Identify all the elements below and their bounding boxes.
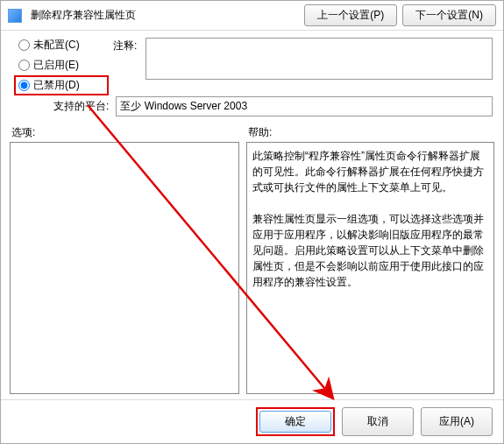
options-panel bbox=[10, 142, 239, 394]
radio-disabled-input[interactable] bbox=[18, 80, 30, 91]
radio-not-configured-label: 未配置(C) bbox=[33, 38, 80, 53]
nav-buttons: 上一个设置(P) 下一个设置(N) bbox=[304, 4, 496, 26]
cancel-button[interactable]: 取消 bbox=[342, 407, 414, 436]
comment-textarea[interactable] bbox=[146, 38, 493, 80]
platform-label: 支持的平台: bbox=[53, 99, 109, 114]
dialog-title: 删除程序兼容性属性页 bbox=[31, 8, 136, 23]
radio-enabled-label: 已启用(E) bbox=[33, 58, 79, 73]
highlight-ok: 确定 bbox=[256, 407, 335, 436]
radio-enabled-input[interactable] bbox=[18, 60, 30, 71]
radio-not-configured-input[interactable] bbox=[18, 39, 30, 51]
ok-button[interactable]: 确定 bbox=[259, 411, 331, 433]
next-setting-button[interactable]: 下一个设置(N) bbox=[402, 4, 496, 26]
platform-row: 支持的平台: 至少 Windows Server 2003 bbox=[1, 96, 503, 122]
config-row: 未配置(C) 已启用(E) 已禁用(D) 注释: bbox=[1, 31, 503, 96]
app-icon bbox=[8, 9, 22, 23]
radio-enabled[interactable]: 已启用(E) bbox=[18, 58, 104, 73]
platform-value: 至少 Windows Server 2003 bbox=[116, 96, 493, 116]
prev-setting-button[interactable]: 上一个设置(P) bbox=[304, 4, 397, 26]
dialog-window: 删除程序兼容性属性页 上一个设置(P) 下一个设置(N) 未配置(C) 已启用(… bbox=[0, 0, 504, 444]
footer-buttons: 确定 取消 应用(A) bbox=[1, 399, 503, 443]
apply-button[interactable]: 应用(A) bbox=[421, 407, 493, 436]
options-label: 选项: bbox=[11, 125, 248, 140]
help-paragraph-1: 此策略控制“程序兼容性”属性页命令行解释器扩展的可见性。此命令行解释器扩展在任何… bbox=[252, 148, 488, 195]
help-paragraph-2: 兼容性属性页显示一组选项，可以选择这些选项并应用于应用程序，以解决影响旧版应用程… bbox=[252, 211, 488, 290]
title-bar: 删除程序兼容性属性页 上一个设置(P) 下一个设置(N) bbox=[1, 1, 503, 31]
help-panel: 此策略控制“程序兼容性”属性页命令行解释器扩展的可见性。此命令行解释器扩展在任何… bbox=[246, 142, 494, 394]
comment-label: 注释: bbox=[113, 39, 137, 53]
highlight-disabled: 已禁用(D) bbox=[14, 75, 109, 95]
main-panels: 此策略控制“程序兼容性”属性页命令行解释器扩展的可见性。此命令行解释器扩展在任何… bbox=[1, 142, 503, 399]
state-radio-group: 未配置(C) 已启用(E) 已禁用(D) bbox=[18, 38, 104, 93]
section-labels: 选项: 帮助: bbox=[1, 122, 503, 142]
help-label: 帮助: bbox=[248, 125, 493, 140]
radio-disabled[interactable]: 已禁用(D) bbox=[18, 78, 104, 93]
radio-not-configured[interactable]: 未配置(C) bbox=[18, 38, 104, 53]
radio-disabled-label: 已禁用(D) bbox=[33, 78, 80, 93]
